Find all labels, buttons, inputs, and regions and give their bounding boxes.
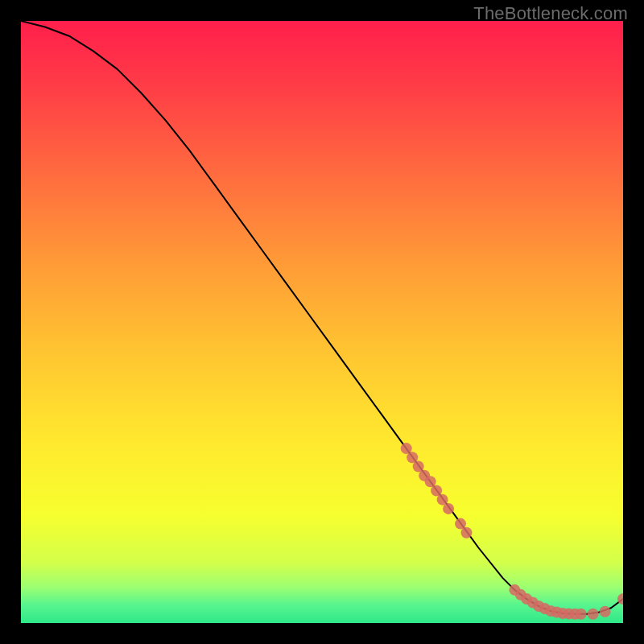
svg-point-23 — [600, 606, 611, 617]
svg-point-21 — [576, 609, 587, 620]
chart-canvas: TheBottleneck.com — [0, 0, 644, 644]
svg-point-7 — [443, 503, 454, 514]
chart-svg — [21, 21, 623, 623]
svg-point-22 — [588, 609, 599, 620]
svg-point-9 — [461, 527, 473, 539]
gradient-background — [21, 21, 623, 623]
